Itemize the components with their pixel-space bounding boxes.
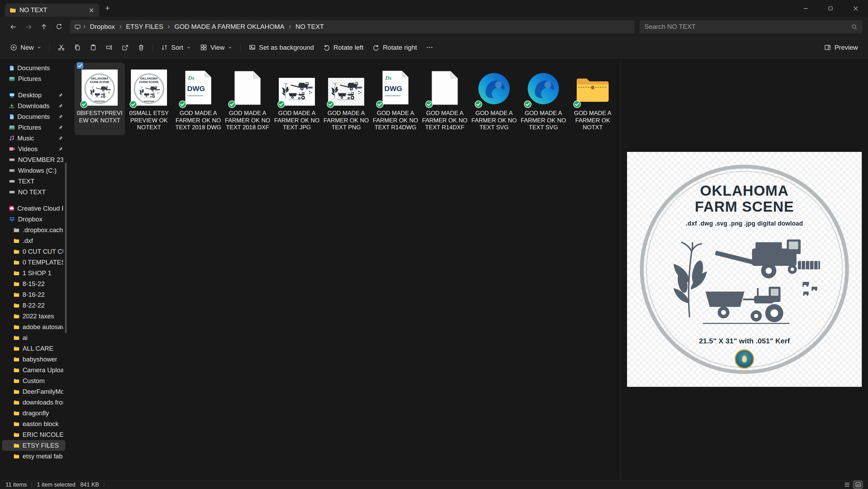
sidebar-item-all-care[interactable]: ALL CARE bbox=[2, 343, 65, 354]
preview-toggle-button[interactable]: Preview bbox=[819, 40, 862, 55]
view-button[interactable]: View bbox=[195, 40, 237, 55]
sidebar-item-custom[interactable]: Custom bbox=[2, 375, 65, 386]
selection-checkbox[interactable] bbox=[77, 62, 83, 69]
preview-title-line2: FARM SCENE bbox=[627, 198, 862, 215]
set-as-background-button[interactable]: Set as background bbox=[244, 40, 318, 55]
sidebar-item-documents[interactable]: Documents bbox=[2, 111, 65, 122]
sync-status-icon bbox=[130, 100, 137, 108]
folder-icon bbox=[14, 292, 19, 297]
file-name: 0SMALL ETSY PREVIEW OK NOTEXT bbox=[125, 110, 173, 131]
sidebar-item-dxf[interactable]: .dxf bbox=[2, 235, 65, 246]
cut-button[interactable] bbox=[53, 40, 69, 55]
back-button[interactable] bbox=[6, 20, 21, 34]
sort-button-label: Sort bbox=[171, 44, 183, 51]
file-name: GOD MADE A FARMER OK NOTXT bbox=[569, 110, 616, 131]
sidebar-item-camera-uploads[interactable]: Camera Uploads bbox=[2, 365, 65, 375]
sidebar-item-desktop[interactable]: Desktop bbox=[2, 90, 65, 100]
file-item-god-made-a-farmer-ok-no-text-r14dxf[interactable]: GOD MADE A FARMER OK NO TEXT R14DXF bbox=[420, 63, 469, 135]
svg-text:FARM SCENE: FARM SCENE bbox=[139, 80, 159, 84]
file-item-god-made-a-farmer-ok-no-text-jpg[interactable]: GOD MADE A FARMER OK NO TEXT JPG bbox=[272, 63, 322, 135]
sidebar-item-text[interactable]: TEXT bbox=[2, 176, 65, 187]
refresh-button[interactable] bbox=[51, 20, 67, 34]
address-bar[interactable]: DropboxETSY FILESGOD MADE A FARMER OKLAH… bbox=[70, 20, 635, 33]
sidebar-item-0-templates[interactable]: 0 TEMPLATES bbox=[2, 257, 65, 268]
paste-button[interactable] bbox=[85, 40, 101, 55]
sidebar-item-babyshower[interactable]: babyshower bbox=[2, 354, 65, 365]
sidebar-item-8-22-22[interactable]: 8-22-22 bbox=[2, 300, 65, 311]
forward-button[interactable] bbox=[21, 20, 36, 34]
sidebar-item-etsy-files[interactable]: ETSY FILES bbox=[2, 440, 65, 451]
sidebar-item-ai[interactable]: ai bbox=[2, 332, 65, 343]
sidebar-item-eric-nicole-ni[interactable]: ERIC NICOLE NI bbox=[2, 429, 65, 440]
sidebar-item-etsy-metal-fab[interactable]: etsy metal fab bbox=[2, 451, 65, 462]
more-options-button[interactable] bbox=[422, 40, 437, 55]
rotate-left-button[interactable]: Rotate left bbox=[318, 40, 368, 55]
sidebar-item-pictures[interactable]: Pictures bbox=[2, 122, 65, 133]
sidebar-item-dropbox-cache[interactable]: .dropbox.cache bbox=[2, 225, 65, 235]
sidebar-item-easton-block[interactable]: easton block bbox=[2, 418, 65, 429]
sync-status-icon bbox=[80, 100, 88, 108]
sidebar-item-8-16-22[interactable]: 8-16-22 bbox=[2, 289, 65, 300]
sidebar-item-creative-cloud-fi[interactable]: Creative Cloud Fi bbox=[2, 203, 65, 214]
file-item-god-made-a-farmer-ok-no-text-png[interactable]: GOD MADE A FARMER OK NO TEXT PNG bbox=[322, 63, 371, 135]
up-button[interactable] bbox=[36, 20, 51, 34]
sidebar-item-videos[interactable]: Videos bbox=[2, 144, 65, 154]
file-item-god-made-a-farmer-ok-no-text-r14dwg[interactable]: DsDWG GOD MADE A FARMER OK NO TEXT R14DW… bbox=[371, 63, 420, 135]
rotate-right-button[interactable]: Rotate right bbox=[368, 40, 422, 55]
sidebar-item-november-23[interactable]: NOVEMBER 23 bbox=[2, 154, 65, 165]
sidebar-item-pictures[interactable]: Pictures bbox=[2, 73, 65, 84]
documents-icon bbox=[9, 114, 14, 120]
sidebar-item-windows-c[interactable]: Windows (C:) bbox=[2, 165, 65, 176]
sidebar-item-adobe-autosave[interactable]: adobe autosave bbox=[2, 321, 65, 332]
new-tab-button[interactable] bbox=[102, 3, 112, 13]
sidebar-item-downloads-from[interactable]: downloads from bbox=[2, 397, 65, 408]
breadcrumb-item-dropbox[interactable]: Dropbox bbox=[87, 22, 118, 32]
breadcrumb-item-god-made-a-farmer-oklahoma[interactable]: GOD MADE A FARMER OKLAHOMA bbox=[172, 22, 287, 32]
file-item-god-made-a-farmer-ok-no-text-svg-filled[interactable]: GOD MADE A FARMER OK NO TEXT SVG FILLED bbox=[469, 63, 519, 135]
sidebar-scrollbar[interactable] bbox=[65, 163, 67, 333]
sidebar-item-deerfamilymou[interactable]: DeerFamilyMou bbox=[2, 386, 65, 397]
close-button[interactable] bbox=[843, 0, 868, 17]
delete-button[interactable] bbox=[133, 40, 149, 55]
sort-button[interactable]: Sort bbox=[156, 40, 195, 55]
file-item-god-made-a-farmer-ok-no-text-2018-dwg[interactable]: DsDWG GOD MADE A FARMER OK NO TEXT 2018 … bbox=[174, 63, 223, 135]
breadcrumb-item-etsy-files[interactable]: ETSY FILES bbox=[123, 22, 166, 32]
sidebar-item-2022-taxes[interactable]: 2022 taxes bbox=[2, 311, 65, 321]
sidebar-item-documents[interactable]: Documents bbox=[2, 63, 65, 73]
breadcrumb-item-no-text[interactable]: NO TEXT bbox=[293, 22, 327, 32]
sidebar-item-0-cut-cut-cut[interactable]: 0 CUT CUT CUT bbox=[2, 246, 65, 257]
file-item-god-made-a-farmer-ok-no-text-svg[interactable]: GOD MADE A FARMER OK NO TEXT SVG bbox=[519, 63, 568, 135]
dwg-file-icon: DsDWG bbox=[183, 70, 213, 106]
copy-button[interactable] bbox=[69, 40, 85, 55]
sidebar-item-music[interactable]: Music bbox=[2, 133, 65, 144]
file-item-god-made-a-farmer-ok-no-text-2018-dxf[interactable]: GOD MADE A FARMER OK NO TEXT 2018 DXF bbox=[223, 63, 272, 135]
large-thumbnails-view-button[interactable] bbox=[853, 481, 862, 488]
svg-text:DWG: DWG bbox=[187, 84, 205, 92]
sidebar-item-8-15-22[interactable]: 8-15-22 bbox=[2, 278, 65, 289]
window-controls bbox=[793, 0, 868, 17]
file-item-0small-etsy-preview-ok-notext[interactable]: OKLAHOMAFARM SCENE 0SMALL ETSY PREVIEW O… bbox=[124, 63, 174, 135]
rename-button[interactable] bbox=[101, 40, 117, 55]
sidebar-item-1-shop-1[interactable]: 1 SHOP 1 bbox=[2, 268, 65, 278]
sidebar-item-dragonfly[interactable]: dragonfly bbox=[2, 408, 65, 418]
share-button[interactable] bbox=[117, 40, 133, 55]
explorer-tab[interactable]: NO TEXT bbox=[5, 3, 99, 17]
details-view-button[interactable] bbox=[842, 481, 851, 488]
file-item-god-made-a-farmer-ok-notxt[interactable]: GOD MADE A FARMER OK NOTXT bbox=[568, 63, 617, 135]
breadcrumb: DropboxETSY FILESGOD MADE A FARMER OKLAH… bbox=[82, 22, 327, 32]
search-box[interactable] bbox=[640, 20, 862, 33]
sidebar-item-no-text[interactable]: NO TEXT bbox=[2, 187, 65, 197]
minimize-button[interactable] bbox=[793, 0, 818, 17]
pictures-icon bbox=[9, 125, 15, 130]
breadcrumb-separator-icon bbox=[82, 25, 86, 29]
maximize-button[interactable] bbox=[818, 0, 843, 17]
farm-scene-illustration bbox=[665, 230, 824, 335]
sidebar-item-downloads[interactable]: Downloads bbox=[2, 100, 65, 111]
new-button[interactable]: New bbox=[6, 40, 46, 55]
rotate-right-label: Rotate right bbox=[383, 44, 417, 51]
sidebar-item-dropbox[interactable]: Dropbox bbox=[2, 214, 65, 225]
file-item-0bifestypreview-ok-notxt[interactable]: OKLAHOMAFARM SCENE 0BIFESTYPREVIEW OK NO… bbox=[75, 63, 124, 135]
tab-close-button[interactable] bbox=[86, 5, 97, 15]
search-input[interactable] bbox=[644, 23, 848, 31]
new-button-label: New bbox=[20, 44, 34, 51]
